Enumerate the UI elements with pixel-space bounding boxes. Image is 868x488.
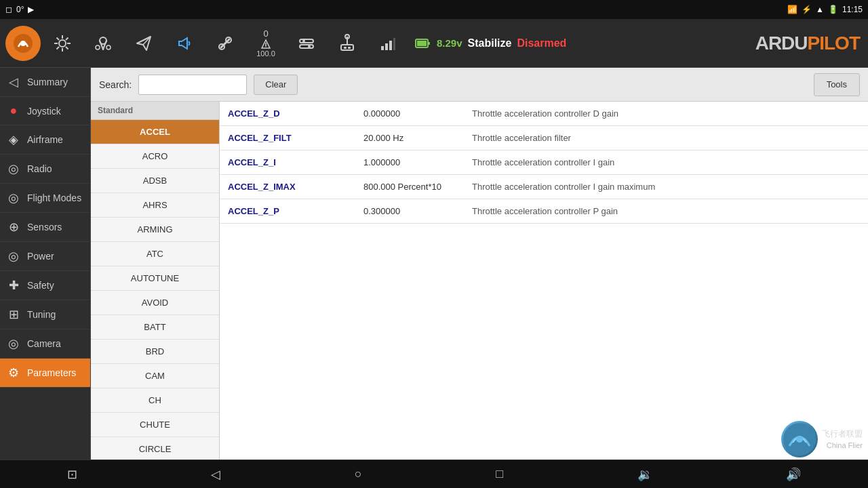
category-item-arming[interactable]: ARMING — [91, 218, 219, 242]
mode-switch-button[interactable] — [288, 24, 326, 62]
content-panel: Search: Clear Tools Standard ACCEL ACRO … — [91, 68, 868, 460]
battery-voltage: 8.29v — [437, 37, 462, 49]
main-area: ◁ Summary ● Joystick ◈ Airframe ◎ Radio … — [0, 68, 868, 460]
sidebar-item-summary[interactable]: ◁ Summary — [0, 68, 90, 97]
svg-rect-25 — [344, 47, 347, 49]
screen-icon: ◻ — [5, 5, 12, 14]
sidebar-item-safety[interactable]: ✚ Safety — [0, 271, 90, 300]
category-item-acro[interactable]: ACRO — [91, 144, 219, 169]
waypoints-icon — [94, 34, 113, 53]
status-bar-right: 📶 ⚡ ▲ 🔋 11:15 — [787, 5, 863, 14]
home-logo-button[interactable] — [5, 26, 41, 61]
search-input[interactable] — [138, 75, 247, 95]
config-button[interactable] — [43, 24, 81, 62]
sidebar-item-camera[interactable]: ◎ Camera — [0, 329, 90, 359]
vol-up-button[interactable]: 🔊 — [772, 463, 814, 486]
sidebar-item-sensors[interactable]: ⊕ Sensors — [0, 213, 90, 242]
tools-button[interactable]: Tools — [814, 73, 860, 96]
telemetry-button[interactable] — [369, 24, 407, 62]
vol-down-button[interactable]: 🔉 — [624, 463, 666, 486]
param-value: 800.000 Percent*10 — [355, 175, 464, 199]
category-item-brd[interactable]: BRD — [91, 340, 219, 364]
category-item-chute[interactable]: CHUTE — [91, 413, 219, 437]
bluetooth-icon: ⚡ — [802, 5, 812, 14]
wifi-icon: ▲ — [816, 5, 824, 14]
sensors-icon: ⊕ — [5, 220, 22, 235]
joystick-button[interactable] — [328, 24, 366, 62]
params-area: Standard ACCEL ACRO ADSB AHRS ARMING ATC… — [91, 102, 868, 460]
category-list: Standard ACCEL ACRO ADSB AHRS ARMING ATC… — [91, 102, 220, 460]
table-row[interactable]: ACCEL_Z_P 0.300000 Throttle acceleration… — [220, 199, 868, 224]
flight-info: 8.29v Stabilize Disarmed — [415, 37, 566, 50]
flight-mode: Stabilize — [468, 37, 512, 49]
megaphone-icon — [175, 34, 194, 53]
svg-line-7 — [57, 37, 60, 40]
svg-line-8 — [66, 47, 68, 49]
param-name: ACCEL_Z_FILT — [220, 126, 355, 150]
status-bar-left: ◻ 0° ▶ — [5, 5, 34, 14]
table-row[interactable]: ACCEL_Z_FILT 20.000 Hz Throttle accelera… — [220, 126, 868, 150]
sidebar-item-airframe[interactable]: ◈ Airframe — [0, 125, 90, 155]
logo-ardu: ARDU — [755, 33, 808, 54]
sidebar-label-tuning: Tuning — [27, 309, 56, 320]
sidebar-item-parameters[interactable]: ⚙ Parameters — [0, 359, 90, 388]
param-description: Throttle acceleration controller D gain — [464, 102, 868, 126]
category-item-atc[interactable]: ATC — [91, 242, 219, 266]
svg-rect-32 — [393, 38, 395, 50]
svg-point-23 — [308, 45, 311, 47]
watermark-text: 飞行者联盟 China Flier — [822, 428, 863, 451]
sidebar-label-parameters: Parameters — [27, 367, 76, 378]
category-item-batt[interactable]: BATT — [91, 315, 219, 340]
category-item-ahrs[interactable]: AHRS — [91, 193, 219, 218]
waypoints-button[interactable] — [84, 24, 122, 62]
nav-bar: ⊡ ◁ ○ □ 🔉 🔊 — [0, 460, 868, 488]
sidebar-item-tuning[interactable]: ⊞ Tuning — [0, 300, 90, 329]
table-row[interactable]: ACCEL_Z_D 0.000000 Throttle acceleration… — [220, 102, 868, 126]
category-item-accel[interactable]: ACCEL — [91, 120, 219, 144]
joystick-icon — [338, 34, 357, 53]
table-row[interactable]: ACCEL_Z_I 1.000000 Throttle acceleration… — [220, 150, 868, 175]
param-description: Throttle acceleration filter — [464, 126, 868, 150]
svg-point-2 — [59, 40, 66, 47]
calibrate-button[interactable] — [206, 24, 244, 62]
svg-rect-31 — [389, 41, 392, 50]
back-button[interactable]: ◁ — [197, 463, 234, 486]
altitude-button[interactable]: 0 100.0 — [247, 24, 285, 62]
category-item-autotune[interactable]: AUTOTUNE — [91, 266, 219, 291]
wrench-icon — [216, 34, 235, 53]
param-value: 1.000000 — [355, 150, 464, 175]
param-description: Throttle acceleration controller I gain … — [464, 175, 868, 199]
tuning-icon: ⊞ — [5, 307, 22, 322]
screen-capture-button[interactable]: ⊡ — [54, 463, 91, 486]
sidebar-item-power[interactable]: ◎ Power — [0, 242, 90, 271]
svg-rect-29 — [381, 46, 384, 50]
time-display: 11:15 — [842, 5, 863, 14]
table-row[interactable]: ACCEL_Z_IMAX 800.000 Percent*10 Throttle… — [220, 175, 868, 199]
params-table: ACCEL_Z_D 0.000000 Throttle acceleration… — [220, 102, 868, 460]
plan-button[interactable] — [125, 24, 163, 62]
sidebar-item-joystick[interactable]: ● Joystick — [0, 97, 90, 125]
actions-button[interactable] — [165, 24, 203, 62]
category-item-adsb[interactable]: ADSB — [91, 169, 219, 193]
category-item-cam[interactable]: CAM — [91, 364, 219, 388]
logo-pilot: PILOT — [808, 33, 860, 54]
category-item-circle[interactable]: CIRCLE — [91, 437, 219, 460]
category-item-avoid[interactable]: AVOID — [91, 291, 219, 315]
switch-icon — [297, 34, 316, 53]
sidebar-item-flight-modes[interactable]: ◎ Flight Modes — [0, 184, 90, 213]
svg-point-1 — [20, 41, 26, 46]
sidebar: ◁ Summary ● Joystick ◈ Airframe ◎ Radio … — [0, 68, 91, 460]
svg-line-10 — [57, 47, 60, 49]
clear-button[interactable]: Clear — [254, 75, 298, 95]
home-nav-button[interactable]: ○ — [341, 463, 376, 485]
svg-point-13 — [106, 45, 111, 49]
altitude-unit: 100.0 — [256, 49, 275, 58]
svg-point-12 — [96, 45, 100, 49]
recent-apps-button[interactable]: □ — [482, 463, 517, 485]
sidebar-item-radio[interactable]: ◎ Radio — [0, 155, 90, 184]
search-bar: Search: Clear Tools — [91, 68, 868, 102]
svg-point-22 — [302, 39, 305, 42]
watermark-line2: China Flier — [822, 440, 863, 451]
category-item-ch[interactable]: CH — [91, 388, 219, 413]
watermark: 飞行者联盟 China Flier — [781, 421, 863, 458]
